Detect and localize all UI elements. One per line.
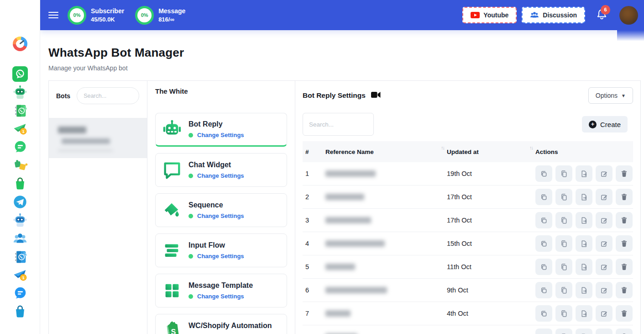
page-title: WhatsApp Bot Manager <box>48 46 636 60</box>
telegram-contacts-icon[interactable] <box>12 249 28 265</box>
delete-button[interactable] <box>616 165 633 182</box>
youtube-button[interactable]: Youtube <box>462 7 517 23</box>
card-message-template[interactable]: Message Template Change Settings <box>155 274 287 307</box>
row-number: 7 <box>305 310 325 317</box>
discussion-button-label: Discussion <box>543 11 577 19</box>
copy-button[interactable] <box>535 329 552 334</box>
whatsapp-icon[interactable] <box>12 66 28 82</box>
whatsapp-shop-icon[interactable] <box>12 175 28 192</box>
card-bot-reply[interactable]: Bot Reply Change Settings <box>155 113 287 147</box>
export-button[interactable] <box>576 212 592 228</box>
duplicate-button[interactable] <box>555 282 572 298</box>
delete-button[interactable] <box>616 212 633 228</box>
message-percent: 0% <box>141 12 148 18</box>
export-button[interactable] <box>576 235 592 252</box>
copy-button[interactable] <box>535 282 552 298</box>
message-template-icon <box>161 280 183 302</box>
edit-button[interactable] <box>596 305 613 322</box>
duplicate-button[interactable] <box>555 329 572 334</box>
edit-button[interactable] <box>596 282 613 298</box>
telegram-icon[interactable] <box>12 194 28 210</box>
telegram-bot-icon[interactable] <box>12 212 28 228</box>
whatsapp-broadcast-icon[interactable]: 1 <box>12 121 28 137</box>
telegram-chat-icon[interactable] <box>12 285 28 302</box>
edit-button[interactable] <box>596 329 613 334</box>
bot-list-item-selected[interactable] <box>49 118 147 158</box>
export-button[interactable] <box>576 329 592 334</box>
change-settings-link[interactable]: Change Settings <box>197 253 244 260</box>
edit-button[interactable] <box>596 189 613 205</box>
delete-button[interactable] <box>616 235 633 252</box>
row-number: 2 <box>305 193 325 201</box>
whatsapp-contacts-icon[interactable] <box>12 102 28 119</box>
table-row <box>303 325 633 334</box>
edit-button[interactable] <box>596 235 613 252</box>
menu-icon[interactable] <box>48 10 58 20</box>
copy-button[interactable] <box>535 165 552 182</box>
export-button[interactable] <box>576 189 592 205</box>
top-bar: 0% Subscriber 45/50.0K 0% Message 816/∞ … <box>40 0 644 30</box>
bot-manager-panel: Bots The White <box>48 80 641 334</box>
change-settings-link[interactable]: Change Settings <box>197 212 244 219</box>
user-avatar[interactable] <box>619 6 638 25</box>
status-dot <box>188 294 193 299</box>
export-button[interactable] <box>576 305 592 322</box>
duplicate-button[interactable] <box>555 189 572 205</box>
delete-button[interactable] <box>616 189 633 205</box>
export-button[interactable] <box>576 259 592 275</box>
card-sequence[interactable]: Sequence Change Settings <box>155 193 287 227</box>
copy-button[interactable] <box>535 259 552 275</box>
reply-search-input[interactable] <box>303 113 374 136</box>
message-label: Message <box>158 7 185 15</box>
whatsapp-bot-icon[interactable] <box>12 84 28 101</box>
copy-button[interactable] <box>535 305 552 322</box>
sort-updated-at-icon[interactable]: ↑↓ <box>529 145 533 150</box>
delete-button[interactable] <box>616 305 633 322</box>
table-row: 6 9th Oct <box>303 279 633 302</box>
change-settings-link[interactable]: Change Settings <box>197 172 244 179</box>
create-button[interactable]: + Create <box>582 116 628 133</box>
delete-button[interactable] <box>616 282 633 298</box>
message-value: 816/∞ <box>158 16 185 23</box>
updated-at: 4th Oct <box>447 310 535 317</box>
copy-button[interactable] <box>535 212 552 228</box>
options-button[interactable]: Options ▼ <box>588 87 633 104</box>
updated-at: 15th Oct <box>447 240 535 247</box>
duplicate-button[interactable] <box>555 212 572 228</box>
card-wc-shopify-automation[interactable]: S WC/Shopify Automation Change Settings <box>155 314 287 334</box>
edit-button[interactable] <box>596 212 613 228</box>
delete-button[interactable] <box>616 259 633 275</box>
delete-button[interactable] <box>616 329 633 334</box>
copy-button[interactable] <box>535 189 552 205</box>
avatar-dropdown-highlight <box>617 30 644 41</box>
reference-name-redacted <box>325 194 364 200</box>
col-header-num: # <box>305 148 325 155</box>
video-tutorial-icon[interactable] <box>371 91 381 100</box>
dashboard-icon[interactable] <box>12 36 28 52</box>
whatsapp-integrations-icon[interactable] <box>12 157 28 174</box>
card-chat-widget[interactable]: Chat Widget Change Settings <box>155 153 287 187</box>
edit-button[interactable] <box>596 259 613 275</box>
discussion-button[interactable]: Discussion <box>522 7 585 23</box>
export-button[interactable] <box>576 165 592 182</box>
change-settings-link[interactable]: Change Settings <box>197 132 244 138</box>
edit-button[interactable] <box>596 165 613 182</box>
whatsapp-chat-icon[interactable] <box>12 139 28 155</box>
export-button[interactable] <box>576 282 592 298</box>
bots-search-input[interactable] <box>77 87 139 104</box>
youtube-icon <box>471 12 480 18</box>
duplicate-button[interactable] <box>555 235 572 252</box>
telegram-shop-icon[interactable] <box>12 303 28 320</box>
updated-at: 11th Oct <box>447 263 535 270</box>
duplicate-button[interactable] <box>555 259 572 275</box>
card-title: Sequence <box>188 201 244 209</box>
notifications-bell-icon[interactable]: 6 <box>596 8 607 22</box>
duplicate-button[interactable] <box>555 305 572 322</box>
telegram-broadcast-icon[interactable]: 1 <box>12 267 28 283</box>
copy-button[interactable] <box>535 235 552 252</box>
card-input-flow[interactable]: Input Flow Change Settings <box>155 233 287 267</box>
duplicate-button[interactable] <box>555 165 572 182</box>
telegram-groups-icon[interactable] <box>12 230 28 247</box>
change-settings-link[interactable]: Change Settings <box>197 293 244 300</box>
sort-reference-name-icon[interactable]: ↑↓ <box>441 145 444 150</box>
